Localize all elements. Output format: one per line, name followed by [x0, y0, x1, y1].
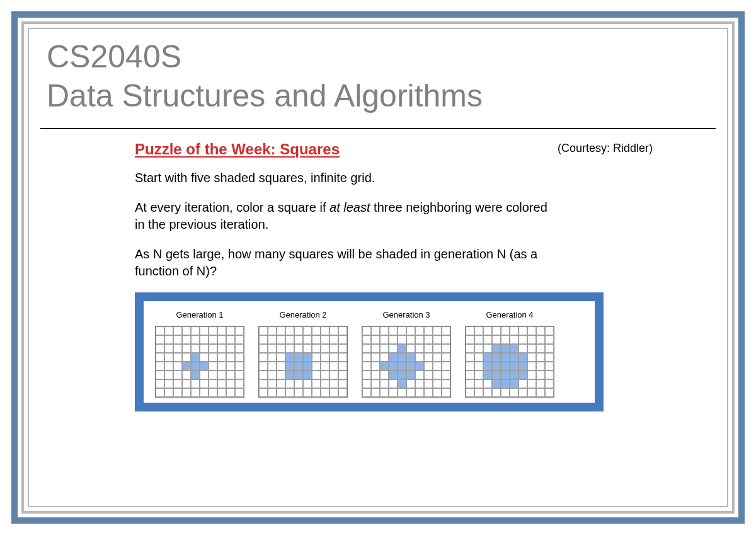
grid-cell	[433, 371, 442, 379]
grid-cell	[235, 326, 244, 335]
grid-cell	[235, 344, 244, 353]
grid-cell	[191, 335, 200, 344]
grid-cell	[406, 335, 415, 344]
grid-cell	[492, 388, 501, 397]
grid-cell	[182, 388, 191, 397]
grid-cell	[294, 353, 303, 362]
grid-cell	[536, 379, 545, 388]
grid-cell	[173, 326, 182, 335]
grid-cell	[398, 362, 406, 371]
grid-cell	[483, 335, 492, 344]
grid-cell	[164, 388, 173, 397]
grid-cell	[226, 335, 235, 344]
grid-cell	[406, 362, 415, 371]
grid-cell	[191, 371, 200, 379]
grid-cell	[200, 326, 209, 335]
grid-cell	[312, 379, 321, 388]
grid-cell	[362, 388, 371, 397]
grid-cell	[259, 344, 268, 353]
grid-cell	[217, 335, 226, 344]
grid-cell	[518, 335, 527, 344]
grid-cell	[217, 326, 226, 335]
grid-cell	[338, 326, 347, 335]
grid-cell	[303, 362, 312, 371]
grid-cell	[527, 362, 536, 371]
grid-cell	[501, 335, 510, 344]
grid-cell	[510, 335, 518, 344]
grid-cell	[545, 388, 554, 397]
grid-cell	[173, 335, 182, 344]
grid-cell	[329, 362, 338, 371]
grid-cell	[329, 379, 338, 388]
generation-label: Generation 4	[486, 310, 533, 319]
grid-cell	[338, 344, 347, 353]
puzzle-title: Puzzle of the Week: Squares	[135, 141, 340, 158]
grid-cell	[182, 335, 191, 344]
grid-cell	[259, 326, 268, 335]
grid-cell	[536, 388, 545, 397]
grid-cell	[285, 353, 294, 362]
grid-cell	[277, 335, 285, 344]
grid-cell	[164, 326, 173, 335]
grid-cell	[518, 362, 527, 371]
grid-cell	[501, 353, 510, 362]
grid-cell	[424, 353, 433, 362]
grid-cell	[217, 353, 226, 362]
grid-cell	[156, 353, 164, 362]
puzzle-line-1: Start with five shaded squares, infinite…	[135, 170, 551, 187]
grid-cell	[389, 344, 398, 353]
grid-cell	[483, 326, 492, 335]
grid-cell	[433, 353, 442, 362]
grid-cell	[424, 388, 433, 397]
grid-cell	[321, 379, 329, 388]
grid-cell	[303, 388, 312, 397]
grid-cell	[182, 362, 191, 371]
grid-cell	[303, 371, 312, 379]
grid-cell	[312, 362, 321, 371]
grid-cell	[380, 388, 389, 397]
grid-cell	[259, 335, 268, 344]
grid-cell	[483, 362, 492, 371]
grid-cell	[209, 388, 217, 397]
grid-cell	[433, 379, 442, 388]
slide-border-inner: CS2040S Data Structures and Algorithms P…	[28, 28, 728, 507]
generation-row: Generation 1Generation 2Generation 3Gene…	[155, 310, 583, 398]
grid-cell	[182, 353, 191, 362]
grid-cell	[294, 344, 303, 353]
grid-cell	[277, 379, 285, 388]
grid-cell	[259, 388, 268, 397]
grid-cell	[268, 353, 277, 362]
grid-cell	[200, 335, 209, 344]
puzzle-header-row: Puzzle of the Week: Squares (Courtesy: R…	[135, 141, 659, 158]
grid-cell	[182, 344, 191, 353]
grid-cell	[389, 388, 398, 397]
grid-cell	[338, 388, 347, 397]
grid-cell	[321, 335, 329, 344]
puzzle-line-2: At every iteration, color a square if at…	[135, 199, 551, 233]
courtesy-text: (Courtesy: Riddler)	[558, 141, 659, 155]
grid-cell	[442, 326, 450, 335]
grid-cell	[492, 335, 501, 344]
grid-cell	[433, 335, 442, 344]
grid-cell	[424, 362, 433, 371]
grid-cell	[406, 388, 415, 397]
grid-cell	[164, 362, 173, 371]
generation-grid	[465, 326, 554, 398]
grid-cell	[510, 379, 518, 388]
grid-cell	[235, 353, 244, 362]
grid-cell	[510, 344, 518, 353]
grid-cell	[362, 326, 371, 335]
grid-cell	[545, 353, 554, 362]
grid-cell	[518, 371, 527, 379]
grid-cell	[329, 353, 338, 362]
grid-cell	[294, 335, 303, 344]
grid-cell	[217, 371, 226, 379]
grid-cell	[156, 335, 164, 344]
grid-cell	[226, 344, 235, 353]
grid-cell	[321, 388, 329, 397]
grid-cell	[406, 353, 415, 362]
generation-label: Generation 1	[176, 310, 223, 319]
grid-cell	[321, 362, 329, 371]
grid-cell	[474, 326, 483, 335]
grid-cell	[362, 344, 371, 353]
